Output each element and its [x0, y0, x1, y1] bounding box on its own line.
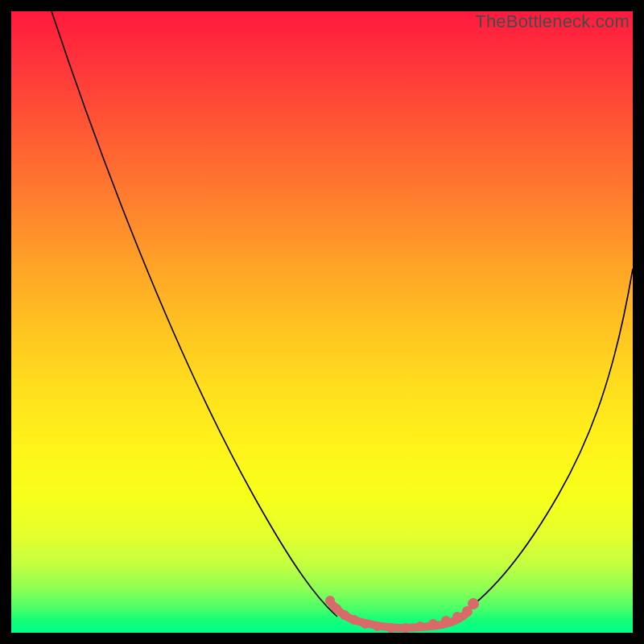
watermark-text: TheBottleneck.com [475, 11, 630, 32]
svg-point-8 [415, 621, 425, 631]
svg-point-7 [401, 623, 411, 633]
svg-point-13 [468, 598, 479, 609]
svg-point-11 [452, 612, 462, 621]
svg-point-4 [361, 619, 370, 629]
chart-frame: TheBottleneck.com [11, 11, 633, 633]
curve-overlay [11, 11, 633, 633]
svg-point-0 [325, 596, 335, 605]
svg-point-6 [386, 623, 396, 633]
svg-point-3 [349, 615, 359, 625]
svg-point-2 [340, 610, 349, 620]
svg-point-5 [373, 621, 382, 631]
left-curve [52, 11, 337, 617]
right-curve [462, 269, 633, 613]
svg-point-1 [332, 604, 341, 613]
flat-valley-dots [325, 596, 479, 633]
svg-point-10 [441, 616, 451, 625]
svg-point-9 [428, 619, 438, 629]
